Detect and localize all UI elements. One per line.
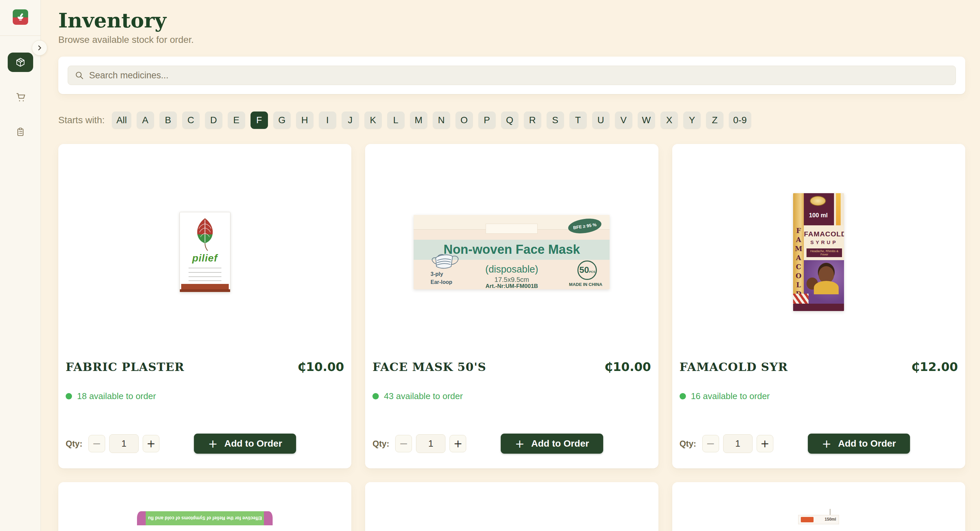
filter-letter-c[interactable]: C [182,111,200,129]
qty-decrease-button[interactable]: − [702,435,719,452]
sidebar-divider [0,35,41,36]
product-photo-famacold: 100 ml FAMACOLD FAMACOLD SYRUP Headache,… [793,193,844,311]
filter-letter-all[interactable]: All [112,111,131,129]
minus-icon: − [92,437,102,450]
filter-letter-r[interactable]: R [524,111,541,129]
filter-letter-d[interactable]: D [205,111,223,129]
product-price: ₵10.00 [605,360,651,374]
pilief-brand-text: pilief [192,253,218,264]
product-photo-partial-box: 150ml [798,515,839,524]
qty-input[interactable] [416,434,445,453]
package-icon [15,57,26,68]
add-to-order-button[interactable]: + Add to Order [501,434,603,454]
filter-letter-n[interactable]: N [433,111,450,129]
plus-icon: + [453,437,463,450]
filter-letter-p[interactable]: P [478,111,496,129]
product-photo-face-mask: Non-woven Face Mask (disposable) 17.5x9.… [414,215,609,289]
sidebar-nav [8,52,33,141]
filter-letter-l[interactable]: L [387,111,405,129]
product-image [372,482,651,524]
product-name: FABRIC PLASTER [66,360,184,374]
pilief-text-lines [189,268,221,281]
add-to-order-button[interactable]: + Add to Order [808,434,910,454]
filter-letter-x[interactable]: X [660,111,678,129]
sidebar-item-orders[interactable] [8,122,33,141]
qty-row: Qty: − + + Add to Order [66,434,344,454]
filter-letter-g[interactable]: G [273,111,291,129]
qty-input[interactable] [109,434,138,453]
letter-filter-row: Starts with: AllABCDEFGHIJKLMNOPQRSTUVWX… [58,111,965,129]
product-card: Non-woven Face Mask (disposable) 17.5x9.… [365,144,658,468]
filter-letter-y[interactable]: Y [683,111,701,129]
product-name: FACE MASK 50'S [372,360,486,374]
filter-letter-j[interactable]: J [342,111,359,129]
filter-letter-a[interactable]: A [137,111,154,129]
sidebar-expand-button[interactable] [32,40,47,56]
filter-letter-b[interactable]: B [159,111,177,129]
filter-letter-z[interactable]: Z [706,111,724,129]
filter-letter-q[interactable]: Q [501,111,519,129]
qty-row: Qty: − + + Add to Order [679,434,958,454]
product-grid: pilief FABRIC PLASTER ₵10.00 18 availabl… [58,144,965,531]
qty-increase-button[interactable]: + [757,435,773,452]
qty-row: Qty: − + + Add to Order [372,434,651,454]
search-input[interactable] [89,70,949,81]
minus-icon: − [706,437,715,450]
qty-label: Qty: [679,439,696,448]
qty-increase-button[interactable]: + [143,435,159,452]
mortar-pestle-icon [15,12,25,22]
plus-icon: + [822,438,832,449]
filter-letter-s[interactable]: S [547,111,564,129]
product-image: 150ml [679,482,958,524]
plus-icon: + [208,438,218,449]
qty-increase-button[interactable]: + [449,435,466,452]
qty-decrease-button[interactable]: − [88,435,105,452]
status-dot-icon [66,393,72,399]
filter-letter-i[interactable]: I [319,111,336,129]
app-root: Inventory Browse available stock for ord… [0,0,980,531]
product-image: Effective for the Relief of Symptoms of … [66,482,344,524]
product-photo-partial-box: Effective for the Relief of Symptoms of … [137,511,273,525]
product-price: ₵12.00 [912,360,958,374]
filter-letter-v[interactable]: V [615,111,632,129]
add-to-order-button[interactable]: + Add to Order [194,434,296,454]
app-logo[interactable] [13,10,28,25]
filter-letter-u[interactable]: U [592,111,609,129]
chevron-right-icon [35,44,43,52]
search-icon [75,71,84,80]
letter-filter-list: AllABCDEFGHIJKLMNOPQRSTUVWXYZ0-9 [112,111,751,129]
filter-letter-k[interactable]: K [364,111,382,129]
filter-letter-w[interactable]: W [638,111,655,129]
sidebar [0,0,41,531]
product-price: ₵10.00 [298,360,344,374]
availability-text: 16 available to order [691,391,770,401]
mask-box-title: Non-woven Face Mask [444,242,580,257]
sidebar-item-cart[interactable] [8,87,33,107]
mask-drawing-icon [430,252,463,272]
plus-icon: + [515,438,525,449]
filter-letter-0-9[interactable]: 0-9 [729,111,751,129]
product-card: 100 ml FAMACOLD FAMACOLD SYRUP Headache,… [672,144,965,468]
filter-letter-o[interactable]: O [455,111,473,129]
filter-letter-f[interactable]: F [251,111,268,129]
filter-letter-t[interactable]: T [570,111,587,129]
filter-letter-h[interactable]: H [296,111,313,129]
filter-letter-e[interactable]: E [228,111,245,129]
filter-label: Starts with: [58,115,105,126]
cart-icon [14,91,27,103]
plus-icon: + [147,437,156,450]
status-dot-icon [679,393,686,399]
qty-label: Qty: [372,439,389,448]
famacold-logo-icon [810,196,826,206]
qty-label: Qty: [66,439,83,448]
qty-input[interactable] [723,434,752,453]
product-card-partial [365,482,658,531]
status-dot-icon [372,393,379,399]
product-image: pilief [66,144,344,360]
search-field[interactable] [68,66,956,85]
filter-letter-m[interactable]: M [410,111,427,129]
qty-decrease-button[interactable]: − [395,435,412,452]
clipboard-icon [15,126,26,138]
page-title: Inventory [58,10,965,32]
sidebar-item-inventory[interactable] [8,52,33,72]
